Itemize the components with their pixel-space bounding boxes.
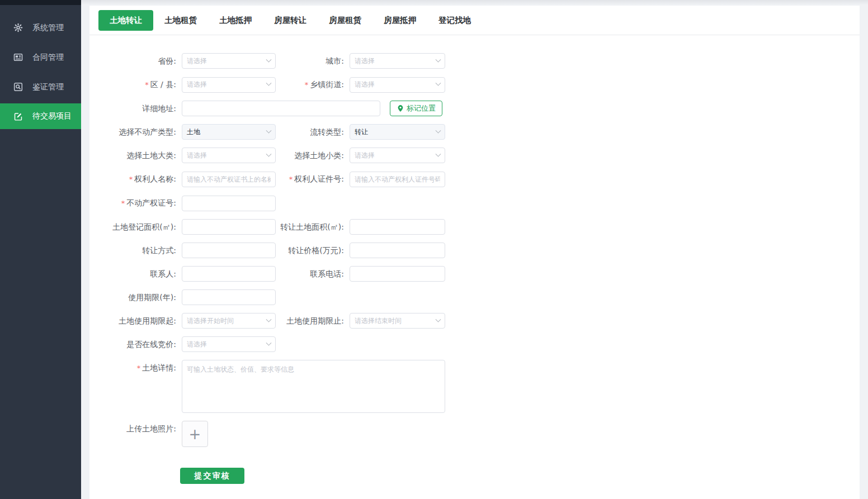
province-select[interactable]: 请选择 [182, 53, 276, 69]
transfer-type-select[interactable]: 转让 [350, 124, 445, 140]
sidebar-item-system-management[interactable]: 系统管理 [0, 13, 81, 42]
use-term-start-label: 土地使用期限起: [89, 313, 182, 329]
tab-house-mortgage[interactable]: 房屋抵押 [372, 10, 427, 31]
upload-photo-button[interactable]: + [182, 421, 208, 447]
property-type-select[interactable]: 土地 [182, 124, 276, 140]
district-select[interactable]: 请选择 [182, 77, 276, 93]
land-details-textarea[interactable] [182, 360, 445, 413]
district-label: *区 / 县: [89, 77, 182, 93]
sidebar-item-authentication-management[interactable]: 鉴证管理 [0, 72, 81, 102]
submit-button[interactable]: 提交审核 [180, 468, 244, 484]
land-transfer-form: 省份: 请选择 城市: 请选择 *区 / 县: 请选择 [89, 35, 860, 484]
address-label: 详细地址: [89, 101, 182, 116]
owner-name-label: *权利人名称: [89, 171, 182, 187]
cert-no-input[interactable] [182, 196, 276, 211]
sidebar-top-strip [0, 0, 81, 5]
plus-icon: + [189, 427, 201, 441]
tab-house-lease[interactable]: 房屋租赁 [318, 10, 372, 31]
sidebar-item-label: 合同管理 [32, 53, 64, 63]
sidebar-menu: 系统管理 合同管理 鉴证管理 [0, 5, 81, 129]
tab-bar: 土地转让 土地租赁 土地抵押 房屋转让 房屋租赁 房屋抵押 登记找地 [89, 6, 860, 35]
sidebar-item-contract-management[interactable]: 合同管理 [0, 42, 81, 72]
use-term-start-select[interactable]: 请选择开始时间 [182, 313, 276, 329]
chevron-down-icon [266, 127, 272, 133]
contact-name-input[interactable] [182, 266, 276, 282]
sidebar: 系统管理 合同管理 鉴证管理 [0, 0, 81, 499]
tab-land-lease[interactable]: 土地租赁 [153, 10, 208, 31]
tab-land-mortgage[interactable]: 土地抵押 [208, 10, 263, 31]
sidebar-item-label: 待交易项目 [32, 111, 72, 121]
contact-name-label: 联系人: [89, 266, 182, 282]
chevron-down-icon [436, 80, 441, 86]
transfer-price-input[interactable] [350, 243, 445, 258]
registered-area-input[interactable] [182, 219, 276, 235]
sidebar-item-label: 系统管理 [32, 23, 64, 33]
chevron-down-icon [266, 56, 272, 62]
contract-icon [13, 53, 23, 62]
transfer-price-label: 转让价格(万元): [276, 243, 350, 258]
land-major-class-label: 选择土地大类: [89, 148, 182, 163]
land-major-class-select[interactable]: 请选择 [182, 148, 276, 163]
tab-land-transfer[interactable]: 土地转让 [98, 10, 153, 31]
chevron-down-icon [436, 127, 441, 133]
use-term-end-select[interactable]: 请选择结束时间 [350, 313, 445, 329]
chevron-down-icon [266, 151, 272, 156]
edit-icon [13, 112, 23, 121]
registered-area-label: 土地登记面积(㎡): [89, 219, 182, 235]
owner-id-label: *权利人证件号: [276, 171, 350, 187]
township-select[interactable]: 请选择 [350, 77, 445, 93]
chevron-down-icon [436, 316, 441, 322]
transfer-area-label: 转让土地面积(㎡): [276, 219, 350, 235]
online-bidding-label: 是否在线竞价: [89, 336, 182, 352]
property-type-label: 选择不动产类型: [89, 124, 182, 140]
search-icon [13, 82, 23, 92]
transfer-method-label: 转让方式: [89, 243, 182, 258]
owner-id-input[interactable] [350, 172, 445, 187]
use-term-years-label: 使用期限(年): [89, 289, 182, 305]
transfer-area-input[interactable] [350, 219, 445, 235]
page-top-shadow [0, 0, 868, 5]
transfer-method-input[interactable] [182, 243, 276, 258]
address-input[interactable] [182, 101, 380, 116]
transfer-type-label: 流转类型: [276, 124, 350, 140]
mark-location-button[interactable]: 标记位置 [390, 101, 442, 116]
city-label: 城市: [276, 53, 350, 69]
tab-house-transfer[interactable]: 房屋转让 [263, 10, 318, 31]
province-label: 省份: [89, 53, 182, 69]
contact-phone-label: 联系电话: [276, 266, 350, 282]
land-minor-class-select[interactable]: 请选择 [350, 148, 445, 163]
owner-name-input[interactable] [182, 172, 276, 187]
chevron-down-icon [266, 80, 272, 86]
chevron-down-icon [436, 151, 441, 156]
use-term-end-label: 土地使用期限止: [276, 313, 350, 329]
tab-register-find-land[interactable]: 登记找地 [427, 10, 482, 31]
gear-icon [13, 23, 23, 32]
use-term-years-input[interactable] [182, 289, 276, 305]
online-bidding-select[interactable]: 请选择 [182, 336, 276, 352]
land-minor-class-label: 选择土地小类: [276, 148, 350, 163]
cert-no-label: *不动产权证号: [89, 195, 182, 211]
chevron-down-icon [266, 316, 272, 322]
chevron-down-icon [436, 56, 441, 62]
township-label: *乡镇街道: [276, 77, 350, 93]
location-pin-icon [397, 104, 404, 112]
chevron-down-icon [266, 340, 272, 345]
main-content: 土地转让 土地租赁 土地抵押 房屋转让 房屋租赁 房屋抵押 登记找地 省份: 请… [89, 6, 860, 499]
sidebar-item-label: 鉴证管理 [32, 82, 64, 92]
upload-photo-label: 上传土地照片: [89, 421, 182, 436]
contact-phone-input[interactable] [350, 266, 445, 282]
land-details-label: *土地详情: [89, 360, 182, 376]
city-select[interactable]: 请选择 [350, 53, 445, 69]
sidebar-item-pending-transactions[interactable]: 待交易项目 [0, 103, 81, 129]
